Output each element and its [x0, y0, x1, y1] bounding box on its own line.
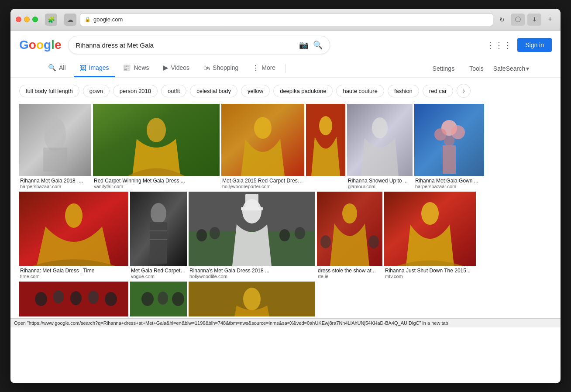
cloud-icon[interactable]: ☁ — [64, 14, 76, 26]
image-caption: Rihanna Showed Up to ... glamour.com — [347, 176, 413, 190]
tab-videos[interactable]: ▶ Videos — [157, 59, 196, 77]
chip-red-car[interactable]: red car — [423, 85, 453, 97]
image-card[interactable]: Red Carpet-Winning Met Gala Dress ... va… — [93, 104, 220, 190]
safesearch-button[interactable]: SafeSearch ▾ — [493, 65, 529, 72]
tab-more[interactable]: ⋮ More — [246, 59, 282, 77]
download-button[interactable]: ⬇ — [527, 14, 541, 26]
tab-shopping[interactable]: 🛍 Shopping — [197, 60, 244, 77]
svg-point-50 — [158, 292, 168, 305]
search-bar[interactable]: 📷 🔍 — [68, 36, 330, 54]
minimize-button[interactable] — [24, 17, 30, 22]
image-caption: dress stole the show at... rte.ie — [317, 266, 382, 280]
image-card[interactable]: Rihanna Showed Up to ... glamour.com — [347, 104, 413, 190]
image-card[interactable]: Rihanna Met Gala Gown ... harpersbazaar.… — [414, 104, 484, 190]
tab-news[interactable]: 📰 News — [117, 59, 155, 77]
settings-button[interactable]: Settings — [427, 62, 460, 76]
svg-point-12 — [372, 117, 388, 138]
news-icon: 📰 — [123, 64, 131, 72]
new-tab-button[interactable]: + — [545, 14, 555, 25]
svg-point-53 — [243, 288, 261, 310]
maximize-button[interactable] — [32, 17, 38, 22]
chip-celestial-body[interactable]: celestial body — [190, 85, 237, 97]
chip-person-2018[interactable]: person 2018 — [113, 85, 158, 97]
image-card[interactable]: Met Gala Red Carpet ... vogue.com — [130, 192, 187, 280]
svg-point-47 — [105, 292, 117, 306]
image-title: dress stole the show at... — [318, 268, 382, 274]
image-card[interactable]: Rihanna Just Shut Down The 2015... mtv.c… — [384, 192, 476, 280]
chip-fashion[interactable]: fashion — [388, 85, 419, 97]
image-card[interactable]: dress stole the show at... rte.ie — [317, 192, 382, 280]
image-source: hollywoodreporter.com — [222, 184, 303, 189]
address-bar[interactable]: 🔒 google.com — [80, 13, 493, 26]
search-tabs: 🔍 All 🖼 Images 📰 News ▶ Videos 🛍 Shoppin… — [10, 59, 561, 78]
action-buttons: ⓘ ⬇ — [511, 14, 541, 26]
image-card[interactable] — [130, 282, 187, 316]
svg-point-43 — [35, 292, 47, 306]
filter-chips: full body full length gown person 2018 o… — [10, 78, 561, 104]
image-source: vogue.com — [131, 274, 186, 279]
image-card[interactable] — [306, 104, 345, 190]
chip-full-body[interactable]: full body full length — [19, 85, 79, 97]
svg-rect-29 — [245, 194, 258, 209]
reload-button[interactable]: ↻ — [497, 14, 507, 25]
svg-point-37 — [320, 235, 331, 248]
camera-icon[interactable]: 📷 — [299, 40, 309, 50]
svg-point-22 — [151, 203, 166, 224]
image-card[interactable]: Rihanna's Met Gala Dress 2018 ... hollyw… — [189, 192, 315, 280]
chip-haute-couture[interactable]: haute couture — [336, 85, 384, 97]
header-right: ⋮⋮⋮ Sign in — [486, 38, 552, 52]
image-caption: Red Carpet-Winning Met Gala Dress ... va… — [93, 176, 220, 190]
search-icon[interactable]: 🔍 — [313, 40, 323, 50]
image-grid: Rihanna Met Gala 2018 -... harpersbazaar… — [10, 104, 561, 318]
image-caption: Rihanna's Met Gala Dress 2018 ... hollyw… — [189, 266, 315, 280]
svg-rect-23 — [150, 222, 167, 264]
image-row-1: Rihanna Met Gala 2018 -... harpersbazaar… — [19, 104, 552, 190]
tab-all[interactable]: 🔍 All — [42, 59, 72, 77]
info-button[interactable]: ⓘ — [511, 14, 525, 26]
search-input[interactable] — [76, 41, 295, 49]
image-source: harpersbazaar.com — [20, 184, 90, 189]
close-button[interactable] — [16, 17, 21, 22]
shopping-icon: 🛍 — [203, 64, 210, 72]
svg-point-49 — [141, 292, 154, 306]
google-apps-icon[interactable]: ⋮⋮⋮ — [486, 40, 512, 50]
chevron-down-icon: ▾ — [526, 65, 529, 72]
svg-point-45 — [70, 291, 82, 305]
tools-button[interactable]: Tools — [464, 62, 489, 76]
svg-point-5 — [147, 118, 166, 142]
google-logo: Google — [19, 38, 61, 52]
chip-gown[interactable]: gown — [83, 85, 110, 97]
extension-icon[interactable]: 🧩 — [45, 14, 57, 26]
image-title: Rihanna Met Gala 2018 -... — [20, 178, 90, 184]
image-card[interactable]: Rihanna: Met Gala Dress | Time time.com — [19, 192, 128, 280]
image-caption: Rihanna Met Gala 2018 -... harpersbazaar… — [19, 176, 91, 190]
chip-deepika[interactable]: deepika padukone — [273, 85, 333, 97]
image-title: Rihanna Showed Up to ... — [348, 178, 412, 184]
search-icons: 📷 🔍 — [299, 40, 323, 50]
image-card[interactable]: Rihanna Met Gala 2018 -... harpersbazaar… — [19, 104, 91, 190]
image-caption: Met Gala Red Carpet ... vogue.com — [130, 266, 187, 280]
status-bar: Open "https://www.google.com/search?q=Ri… — [10, 318, 561, 327]
svg-rect-30 — [241, 207, 263, 210]
svg-point-44 — [53, 290, 64, 303]
image-card[interactable] — [189, 282, 315, 316]
image-title: Rihanna Met Gala Gown ... — [415, 178, 483, 184]
tab-images[interactable]: 🖼 Images — [74, 60, 115, 77]
all-icon: 🔍 — [48, 64, 56, 72]
svg-point-2 — [44, 117, 66, 152]
chip-outfit[interactable]: outfit — [161, 85, 186, 97]
svg-point-8 — [254, 117, 272, 139]
image-title: Rihanna's Met Gala Dress 2018 ... — [189, 268, 314, 274]
page-content: Google 📷 🔍 ⋮⋮⋮ Sign in 🔍 All 🖼 — [10, 31, 561, 383]
svg-point-46 — [88, 291, 99, 304]
traffic-lights — [16, 17, 38, 22]
google-header: Google 📷 🔍 ⋮⋮⋮ Sign in — [10, 31, 561, 59]
chip-yellow[interactable]: yellow — [241, 85, 270, 97]
chips-next-arrow[interactable]: › — [457, 84, 471, 98]
image-source: vanityfair.com — [94, 184, 219, 189]
image-card[interactable]: Met Gala 2015 Red-Carpet Dress ... holly… — [221, 104, 304, 190]
image-caption: Rihanna: Met Gala Dress | Time time.com — [19, 266, 128, 280]
svg-rect-18 — [443, 145, 456, 174]
image-card[interactable] — [19, 282, 128, 316]
sign-in-button[interactable]: Sign in — [517, 38, 552, 52]
